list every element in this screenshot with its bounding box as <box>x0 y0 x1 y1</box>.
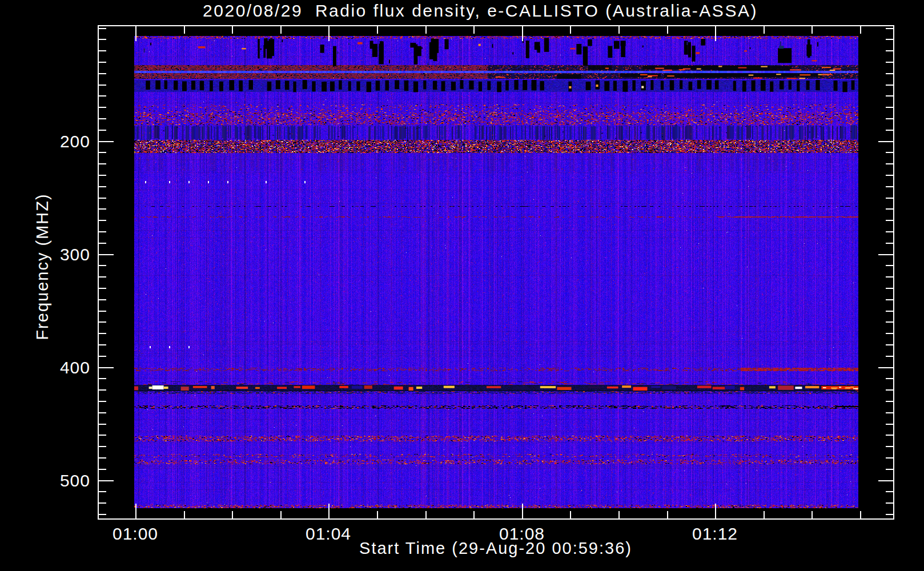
tick-mark <box>184 26 185 34</box>
tick-mark <box>99 152 106 153</box>
tick-mark <box>99 311 106 312</box>
tick-mark <box>99 502 106 504</box>
tick-mark <box>886 491 893 492</box>
tick-mark <box>99 39 106 40</box>
chart-title: 2020/08/29 Radio flux density, e-CALLIST… <box>75 1 886 21</box>
tick-mark <box>99 321 106 323</box>
tick-mark <box>886 412 893 413</box>
tick-mark <box>99 265 106 266</box>
tick-mark <box>886 198 893 199</box>
tick-mark <box>886 435 893 436</box>
tick-mark <box>886 186 893 187</box>
tick-mark <box>99 299 106 300</box>
tick-mark <box>886 152 893 153</box>
tick-mark <box>878 254 893 255</box>
tick-mark <box>328 504 330 518</box>
tick-mark <box>570 511 571 518</box>
tick-mark <box>886 356 893 357</box>
tick-mark <box>886 231 893 232</box>
spectrogram-page: 2020/08/29 Radio flux density, e-CALLIST… <box>0 0 924 571</box>
tick-mark <box>886 321 893 323</box>
tick-mark <box>377 26 378 34</box>
tick-mark <box>473 26 475 34</box>
tick-mark <box>886 50 893 51</box>
tick-mark <box>99 457 106 459</box>
tick-mark <box>99 198 106 199</box>
tick-mark <box>99 141 114 142</box>
tick-mark <box>99 163 106 164</box>
tick-mark <box>232 511 233 518</box>
tick-mark <box>886 424 893 425</box>
tick-mark <box>99 378 106 379</box>
tick-mark <box>860 26 861 34</box>
tick-mark <box>886 62 893 63</box>
tick-mark <box>473 511 475 518</box>
tick-mark <box>886 175 893 176</box>
tick-mark <box>886 333 893 334</box>
tick-mark <box>99 514 106 515</box>
tick-mark <box>99 107 106 108</box>
tick-mark <box>886 401 893 402</box>
tick-mark <box>99 276 106 278</box>
tick-mark <box>811 26 813 34</box>
tick-mark <box>886 163 893 164</box>
tick-mark <box>886 95 893 96</box>
tick-mark <box>99 95 106 96</box>
tick-mark <box>232 26 233 34</box>
tick-mark <box>618 26 620 34</box>
tick-mark <box>886 208 893 210</box>
tick-mark <box>886 469 893 470</box>
tick-mark <box>522 504 523 518</box>
tick-mark <box>99 243 106 244</box>
y-tick-label: 400 <box>27 359 90 376</box>
tick-mark <box>522 26 523 41</box>
tick-mark <box>99 186 106 187</box>
tick-mark <box>618 511 620 518</box>
tick-mark <box>377 511 378 518</box>
tick-mark <box>99 469 106 470</box>
tick-mark <box>280 26 282 34</box>
tick-mark <box>135 26 136 41</box>
tick-mark <box>99 62 106 63</box>
tick-mark <box>280 511 282 518</box>
tick-mark <box>99 175 106 176</box>
tick-mark <box>135 504 136 518</box>
y-tick-label: 200 <box>27 133 90 150</box>
tick-mark <box>886 299 893 300</box>
y-axis-label: Frequency (MHZ) <box>33 193 52 340</box>
tick-mark <box>99 389 106 391</box>
tick-mark <box>886 243 893 244</box>
tick-mark <box>99 401 106 402</box>
tick-mark <box>99 333 106 334</box>
tick-mark <box>99 220 106 221</box>
tick-mark <box>99 288 106 289</box>
tick-mark <box>99 73 106 74</box>
y-tick-label: 500 <box>27 472 90 489</box>
tick-mark <box>570 26 571 34</box>
tick-mark <box>886 288 893 289</box>
y-tick-label: 300 <box>27 246 90 263</box>
tick-mark <box>886 39 893 40</box>
tick-mark <box>886 514 893 515</box>
tick-mark <box>878 480 893 481</box>
tick-mark <box>886 344 893 345</box>
tick-mark <box>886 457 893 459</box>
tick-mark <box>328 26 330 41</box>
tick-mark <box>425 511 427 518</box>
tick-mark <box>99 344 106 345</box>
tick-mark <box>878 141 893 142</box>
tick-mark <box>886 276 893 278</box>
tick-mark <box>99 356 106 357</box>
tick-mark <box>99 208 106 210</box>
spectrogram-canvas <box>134 36 858 508</box>
tick-mark <box>886 73 893 74</box>
tick-mark <box>99 412 106 413</box>
tick-mark <box>811 511 813 518</box>
tick-mark <box>878 367 893 368</box>
tick-mark <box>99 424 106 425</box>
tick-mark <box>99 446 106 447</box>
tick-mark <box>886 265 893 266</box>
tick-mark <box>99 254 114 255</box>
tick-mark <box>425 26 427 34</box>
tick-mark <box>99 28 106 29</box>
